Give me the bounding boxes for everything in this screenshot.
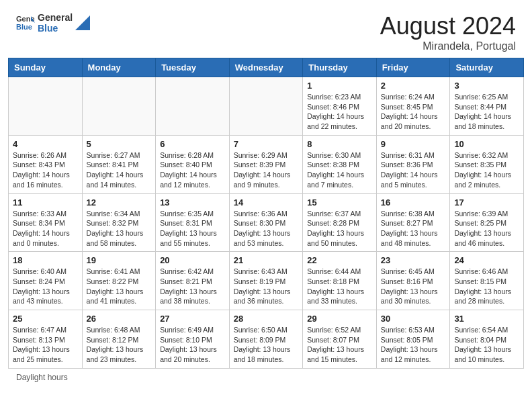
- day-info: Sunrise: 6:45 AM Sunset: 8:16 PM Dayligh…: [381, 267, 446, 306]
- day-info: Sunrise: 6:35 AM Sunset: 8:31 PM Dayligh…: [160, 209, 225, 248]
- day-info: Sunrise: 6:36 AM Sunset: 8:30 PM Dayligh…: [234, 209, 299, 248]
- title-block: August 2024 Mirandela, Portugal: [380, 12, 516, 52]
- day-number: 12: [87, 197, 152, 208]
- calendar-day-cell: 3Sunrise: 6:25 AM Sunset: 8:44 PM Daylig…: [450, 77, 524, 136]
- day-number: 4: [13, 139, 78, 149]
- day-number: 31: [454, 314, 519, 324]
- day-info: Sunrise: 6:49 AM Sunset: 8:10 PM Dayligh…: [160, 325, 225, 365]
- calendar-day-cell: 21Sunrise: 6:43 AM Sunset: 8:19 PM Dayli…: [229, 252, 303, 310]
- day-info: Sunrise: 6:48 AM Sunset: 8:12 PM Dayligh…: [87, 325, 152, 365]
- month-title: August 2024: [380, 12, 516, 40]
- calendar-day-cell: 10Sunrise: 6:32 AM Sunset: 8:35 PM Dayli…: [450, 135, 524, 193]
- day-info: Sunrise: 6:32 AM Sunset: 8:35 PM Dayligh…: [454, 150, 519, 190]
- day-info: Sunrise: 6:54 AM Sunset: 8:04 PM Dayligh…: [454, 325, 519, 365]
- calendar-day-cell: [9, 77, 83, 136]
- day-info: Sunrise: 6:37 AM Sunset: 8:28 PM Dayligh…: [307, 209, 372, 248]
- day-info: Sunrise: 6:50 AM Sunset: 8:09 PM Dayligh…: [234, 325, 299, 365]
- calendar-week-row: 1Sunrise: 6:23 AM Sunset: 8:46 PM Daylig…: [9, 77, 524, 136]
- day-info: Sunrise: 6:25 AM Sunset: 8:44 PM Dayligh…: [454, 92, 519, 132]
- day-number: 14: [234, 197, 299, 208]
- day-number: 2: [381, 81, 446, 91]
- svg-marker-3: [75, 15, 90, 30]
- day-info: Sunrise: 6:23 AM Sunset: 8:46 PM Dayligh…: [307, 92, 372, 132]
- day-number: 19: [87, 255, 152, 265]
- calendar-day-cell: 4Sunrise: 6:26 AM Sunset: 8:43 PM Daylig…: [9, 135, 83, 193]
- calendar-day-cell: 16Sunrise: 6:38 AM Sunset: 8:27 PM Dayli…: [376, 193, 450, 252]
- calendar-week-row: 4Sunrise: 6:26 AM Sunset: 8:43 PM Daylig…: [9, 135, 524, 193]
- day-number: 11: [13, 197, 78, 208]
- day-info: Sunrise: 6:42 AM Sunset: 8:21 PM Dayligh…: [160, 267, 225, 306]
- calendar-day-header: Tuesday: [156, 58, 230, 77]
- calendar-day-cell: 14Sunrise: 6:36 AM Sunset: 8:30 PM Dayli…: [229, 193, 303, 252]
- logo-triangle-icon: [75, 15, 90, 30]
- calendar-day-cell: 1Sunrise: 6:23 AM Sunset: 8:46 PM Daylig…: [303, 77, 377, 136]
- day-info: Sunrise: 6:47 AM Sunset: 8:13 PM Dayligh…: [13, 325, 78, 365]
- calendar-day-cell: [82, 77, 156, 136]
- calendar-day-cell: 8Sunrise: 6:30 AM Sunset: 8:38 PM Daylig…: [303, 135, 377, 193]
- day-info: Sunrise: 6:39 AM Sunset: 8:25 PM Dayligh…: [454, 209, 519, 248]
- calendar-day-header: Friday: [376, 58, 450, 77]
- day-number: 23: [381, 255, 446, 265]
- day-info: Sunrise: 6:52 AM Sunset: 8:07 PM Dayligh…: [307, 325, 372, 365]
- calendar-day-cell: 27Sunrise: 6:49 AM Sunset: 8:10 PM Dayli…: [156, 310, 230, 369]
- day-number: 18: [13, 255, 78, 265]
- day-number: 30: [381, 314, 446, 324]
- day-info: Sunrise: 6:38 AM Sunset: 8:27 PM Dayligh…: [381, 209, 446, 248]
- calendar-day-cell: 30Sunrise: 6:53 AM Sunset: 8:05 PM Dayli…: [376, 310, 450, 369]
- day-info: Sunrise: 6:30 AM Sunset: 8:38 PM Dayligh…: [307, 150, 372, 190]
- logo-text-blue: Blue: [38, 23, 73, 34]
- day-info: Sunrise: 6:29 AM Sunset: 8:39 PM Dayligh…: [234, 150, 299, 190]
- day-number: 10: [454, 139, 519, 149]
- calendar-day-cell: 19Sunrise: 6:41 AM Sunset: 8:22 PM Dayli…: [82, 252, 156, 310]
- calendar-day-cell: 13Sunrise: 6:35 AM Sunset: 8:31 PM Dayli…: [156, 193, 230, 252]
- calendar-day-header: Thursday: [303, 58, 377, 77]
- day-info: Sunrise: 6:53 AM Sunset: 8:05 PM Dayligh…: [381, 325, 446, 365]
- day-number: 28: [234, 314, 299, 324]
- day-info: Sunrise: 6:34 AM Sunset: 8:32 PM Dayligh…: [87, 209, 152, 248]
- calendar-day-cell: 23Sunrise: 6:45 AM Sunset: 8:16 PM Dayli…: [376, 252, 450, 310]
- day-number: 13: [160, 197, 225, 208]
- day-info: Sunrise: 6:24 AM Sunset: 8:45 PM Dayligh…: [381, 92, 446, 132]
- day-info: Sunrise: 6:26 AM Sunset: 8:43 PM Dayligh…: [13, 150, 78, 190]
- calendar-header-row: SundayMondayTuesdayWednesdayThursdayFrid…: [9, 58, 524, 77]
- calendar-day-cell: 22Sunrise: 6:44 AM Sunset: 8:18 PM Dayli…: [303, 252, 377, 310]
- calendar-week-row: 11Sunrise: 6:33 AM Sunset: 8:34 PM Dayli…: [9, 193, 524, 252]
- calendar-day-header: Sunday: [9, 58, 83, 77]
- location: Mirandela, Portugal: [380, 40, 516, 52]
- calendar-day-header: Saturday: [450, 58, 524, 77]
- calendar-day-cell: 31Sunrise: 6:54 AM Sunset: 8:04 PM Dayli…: [450, 310, 524, 369]
- day-info: Sunrise: 6:33 AM Sunset: 8:34 PM Dayligh…: [13, 209, 78, 248]
- day-info: Sunrise: 6:31 AM Sunset: 8:36 PM Dayligh…: [381, 150, 446, 190]
- calendar-day-cell: 7Sunrise: 6:29 AM Sunset: 8:39 PM Daylig…: [229, 135, 303, 193]
- day-info: Sunrise: 6:46 AM Sunset: 8:15 PM Dayligh…: [454, 267, 519, 306]
- footer: Daylight hours: [0, 369, 532, 386]
- day-number: 21: [234, 255, 299, 265]
- logo-text-general: General: [38, 12, 73, 23]
- day-number: 6: [160, 139, 225, 149]
- logo-icon: General Blue: [16, 13, 35, 32]
- day-number: 5: [87, 139, 152, 149]
- day-number: 26: [87, 314, 152, 324]
- page-header: General Blue General Blue August 2024 Mi…: [0, 0, 532, 58]
- day-number: 16: [381, 197, 446, 208]
- day-number: 17: [454, 197, 519, 208]
- svg-text:Blue: Blue: [16, 23, 32, 31]
- calendar-day-header: Monday: [82, 58, 156, 77]
- calendar-day-cell: 6Sunrise: 6:28 AM Sunset: 8:40 PM Daylig…: [156, 135, 230, 193]
- day-number: 1: [307, 81, 372, 91]
- day-number: 15: [307, 197, 372, 208]
- calendar-day-cell: 26Sunrise: 6:48 AM Sunset: 8:12 PM Dayli…: [82, 310, 156, 369]
- day-info: Sunrise: 6:44 AM Sunset: 8:18 PM Dayligh…: [307, 267, 372, 306]
- day-number: 9: [381, 139, 446, 149]
- calendar-day-cell: 15Sunrise: 6:37 AM Sunset: 8:28 PM Dayli…: [303, 193, 377, 252]
- day-number: 27: [160, 314, 225, 324]
- calendar-day-cell: 20Sunrise: 6:42 AM Sunset: 8:21 PM Dayli…: [156, 252, 230, 310]
- calendar-day-cell: [229, 77, 303, 136]
- day-number: 20: [160, 255, 225, 265]
- day-number: 8: [307, 139, 372, 149]
- calendar-day-cell: [156, 77, 230, 136]
- day-number: 3: [454, 81, 519, 91]
- day-number: 24: [454, 255, 519, 265]
- calendar-day-cell: 29Sunrise: 6:52 AM Sunset: 8:07 PM Dayli…: [303, 310, 377, 369]
- calendar-day-cell: 25Sunrise: 6:47 AM Sunset: 8:13 PM Dayli…: [9, 310, 83, 369]
